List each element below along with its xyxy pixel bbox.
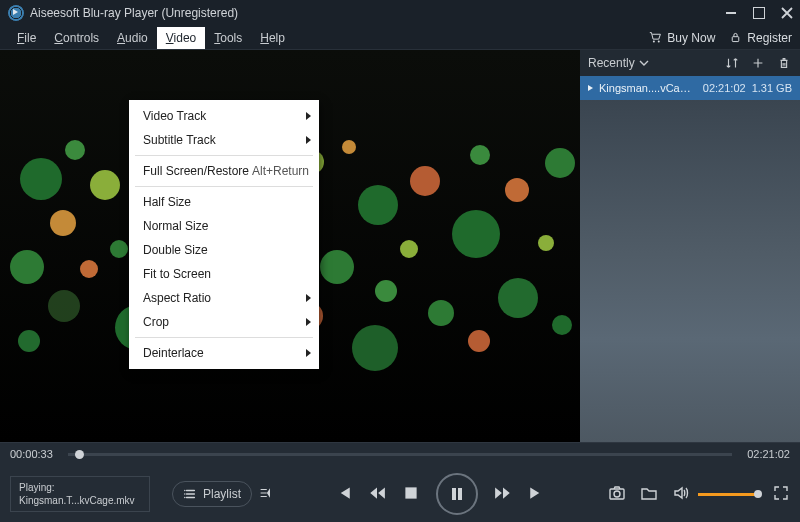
menu-crop[interactable]: Crop [129, 310, 319, 334]
menu-deinterlace[interactable]: Deinterlace [129, 341, 319, 365]
register-label: Register [747, 31, 792, 45]
chevrons-icon [258, 486, 272, 500]
list-icon [183, 487, 197, 501]
menu-subtitle-track[interactable]: Subtitle Track [129, 128, 319, 152]
menu-video[interactable]: Video [157, 27, 205, 49]
menu-controls[interactable]: Controls [45, 27, 108, 49]
submenu-arrow-icon [306, 136, 311, 144]
play-pause-button[interactable] [436, 473, 478, 515]
menu-bar: File Controls Audio Video Tools Help Buy… [0, 26, 800, 50]
playlist-collapse-button[interactable] [258, 486, 272, 503]
menu-help[interactable]: Help [251, 27, 294, 49]
menu-full-screen[interactable]: Full Screen/RestoreAlt+Return [129, 159, 319, 183]
next-button[interactable] [528, 484, 546, 505]
seek-bar: 00:00:33 02:21:02 [0, 443, 800, 465]
playlist-item-name: Kingsman....vCage.mkv [599, 82, 697, 94]
minimize-button[interactable] [724, 6, 738, 20]
register-button[interactable]: Register [729, 31, 792, 45]
submenu-arrow-icon [306, 112, 311, 120]
controls-bar: 00:00:33 02:21:02 Playing: Kingsman.T...… [0, 442, 800, 522]
submenu-arrow-icon [306, 318, 311, 326]
svg-rect-2 [733, 37, 740, 42]
menu-separator [135, 155, 313, 156]
playlist-empty-area [580, 100, 800, 442]
menu-half-size[interactable]: Half Size [129, 190, 319, 214]
lock-icon [729, 31, 742, 44]
svg-rect-3 [405, 487, 416, 498]
maximize-button[interactable] [752, 6, 766, 20]
window-title: Aiseesoft Blu-ray Player (Unregistered) [30, 6, 238, 20]
menu-double-size[interactable]: Double Size [129, 238, 319, 262]
menu-tools[interactable]: Tools [205, 27, 251, 49]
now-playing-box: Playing: Kingsman.T...kvCage.mkv [10, 476, 150, 512]
add-button[interactable] [750, 55, 766, 71]
window-controls [724, 6, 794, 20]
submenu-arrow-icon [306, 349, 311, 357]
right-controls [608, 484, 790, 505]
stop-button[interactable] [402, 484, 420, 505]
svg-rect-5 [458, 488, 462, 500]
recently-dropdown[interactable]: Recently [588, 56, 649, 70]
playlist-item-duration: 02:21:02 [703, 82, 746, 94]
now-playing-label: Playing: [19, 481, 141, 494]
menu-aspect-ratio[interactable]: Aspect Ratio [129, 286, 319, 310]
transport-controls [272, 473, 608, 515]
app-icon [8, 5, 24, 21]
controls-lower: Playing: Kingsman.T...kvCage.mkv Playlis… [0, 465, 800, 522]
buy-now-label: Buy Now [667, 31, 715, 45]
snapshot-button[interactable] [608, 484, 626, 505]
menu-normal-size[interactable]: Normal Size [129, 214, 319, 238]
playlist-button-label: Playlist [203, 487, 241, 501]
play-indicator-icon [588, 85, 593, 91]
playlist-item-size: 1.31 GB [752, 82, 792, 94]
seek-thumb[interactable] [75, 450, 84, 459]
window: Aiseesoft Blu-ray Player (Unregistered) … [0, 0, 800, 522]
sort-button[interactable] [724, 55, 740, 71]
menu-fit-to-screen[interactable]: Fit to Screen [129, 262, 319, 286]
video-dropdown-menu: Video Track Subtitle Track Full Screen/R… [129, 100, 319, 369]
svg-point-7 [614, 491, 620, 497]
svg-point-1 [658, 41, 660, 43]
fullscreen-button[interactable] [772, 484, 790, 505]
seek-track[interactable] [68, 453, 732, 456]
delete-button[interactable] [776, 55, 792, 71]
close-button[interactable] [780, 6, 794, 20]
menu-file[interactable]: File [8, 27, 45, 49]
volume-slider[interactable] [698, 493, 758, 496]
chevron-down-icon [639, 58, 649, 68]
buy-now-button[interactable]: Buy Now [649, 31, 715, 45]
open-folder-button[interactable] [640, 484, 658, 505]
volume-control [672, 484, 758, 505]
body: Recently Kingsman....vCage.mkv 02:21:02 … [0, 50, 800, 442]
svg-point-0 [653, 41, 655, 43]
menu-separator [135, 337, 313, 338]
submenu-arrow-icon [306, 294, 311, 302]
playlist-toggle-area: Playlist [172, 481, 272, 507]
recently-label: Recently [588, 56, 635, 70]
rewind-button[interactable] [368, 484, 386, 505]
playlist-item[interactable]: Kingsman....vCage.mkv 02:21:02 1.31 GB [580, 76, 800, 100]
prev-button[interactable] [334, 484, 352, 505]
menu-video-track[interactable]: Video Track [129, 104, 319, 128]
playlist-button[interactable]: Playlist [172, 481, 252, 507]
time-total: 02:21:02 [740, 448, 790, 460]
menu-separator [135, 186, 313, 187]
menu-audio[interactable]: Audio [108, 27, 157, 49]
menu-shortcut: Alt+Return [252, 164, 309, 178]
forward-button[interactable] [494, 484, 512, 505]
playlist-header: Recently [580, 50, 800, 76]
side-panel: Recently Kingsman....vCage.mkv 02:21:02 … [580, 50, 800, 442]
volume-icon[interactable] [672, 484, 690, 505]
cart-icon [649, 31, 662, 44]
svg-rect-4 [452, 488, 456, 500]
time-current: 00:00:33 [10, 448, 60, 460]
title-bar: Aiseesoft Blu-ray Player (Unregistered) [0, 0, 800, 26]
now-playing-file: Kingsman.T...kvCage.mkv [19, 494, 141, 507]
